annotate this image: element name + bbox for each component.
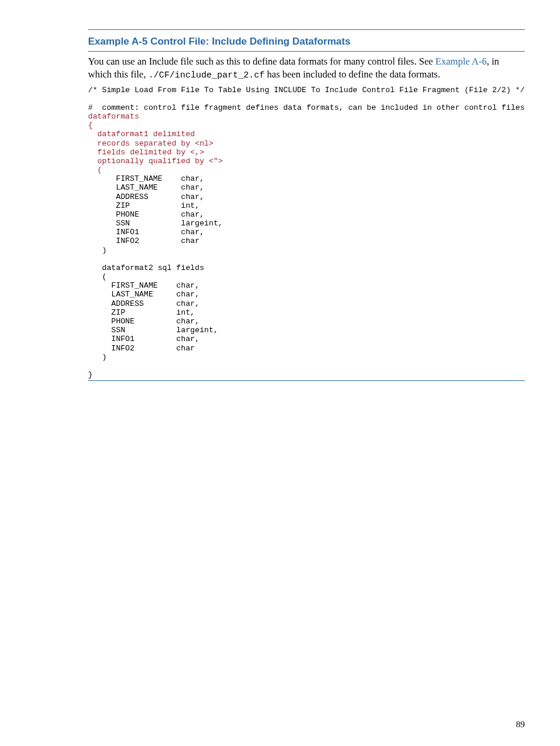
code-line: ADDRESS char, <box>88 299 200 308</box>
code-line: PHONE char, <box>88 210 204 219</box>
code-block: /* Simple Load From File To Table Using … <box>88 86 525 380</box>
code-line: # comment: control file fragment defines… <box>88 103 525 112</box>
code-line: INFO2 char <box>88 344 195 353</box>
code-line: PHONE char, <box>88 317 200 326</box>
intro-paragraph: You can use an Include file such as this… <box>88 55 525 82</box>
code-line: ) <box>88 353 107 362</box>
code-line: ZIP int, <box>88 308 195 317</box>
code-line: ADDRESS char, <box>88 193 204 201</box>
rule-top <box>88 29 525 30</box>
intro-text-1: You can use an Include file such as this… <box>88 56 436 67</box>
code-line: records separated by <nl> <box>88 139 214 148</box>
intro-text-3: has been included to define the data for… <box>265 69 440 80</box>
rule-bottom <box>88 380 525 381</box>
code-line: LAST_NAME char, <box>88 183 204 192</box>
code-line: ( <box>88 272 107 281</box>
inline-code-path: ./CF/include_part_2.cf <box>149 70 265 80</box>
code-line: INFO1 char, <box>88 335 200 343</box>
example-a6-link[interactable]: Example A-6 <box>436 56 487 67</box>
rule-under-heading <box>88 51 525 52</box>
code-line: { <box>88 121 93 130</box>
code-line: fields delimited by <,> <box>88 148 204 157</box>
code-line: LAST_NAME char, <box>88 290 200 299</box>
code-line: } <box>88 370 93 379</box>
code-line: ZIP int, <box>88 201 200 210</box>
code-line: ) <box>88 246 107 255</box>
code-line: ( <box>88 166 102 174</box>
code-line: optionally qualified by <"> <box>88 157 223 166</box>
code-line: dataformat1 delimited <box>88 130 195 139</box>
code-line: INFO2 char <box>88 237 200 245</box>
page-number: 89 <box>516 720 525 730</box>
code-line: dataformat2 sql fields <box>88 264 204 272</box>
code-line: INFO1 char, <box>88 228 204 237</box>
code-line: SSN largeint, <box>88 219 223 228</box>
code-line: dataformats <box>88 112 139 121</box>
example-heading: Example A-5 Control File: Include Defini… <box>88 36 525 48</box>
code-line: FIRST_NAME char, <box>88 281 200 290</box>
code-line: FIRST_NAME char, <box>88 174 204 183</box>
code-line: /* Simple Load From File To Table Using … <box>88 86 525 94</box>
code-line: SSN largeint, <box>88 326 218 335</box>
